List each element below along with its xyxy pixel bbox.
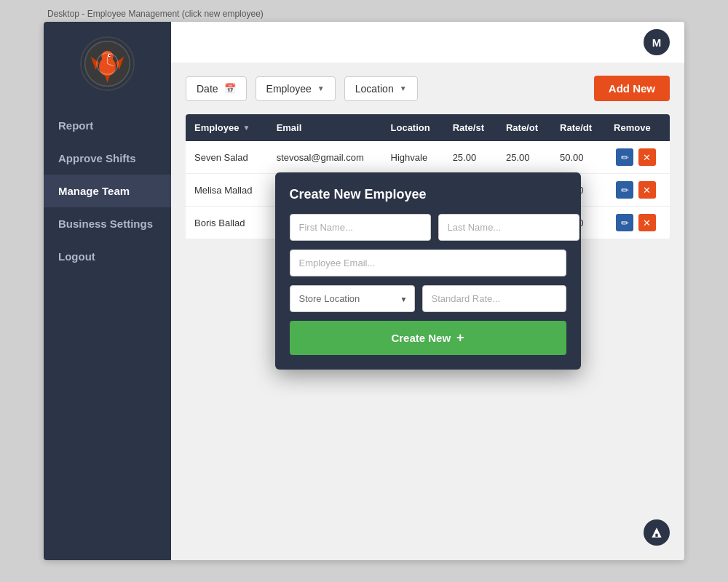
location-filter-button[interactable]: Location ▼	[344, 76, 418, 101]
top-bar: M	[171, 22, 684, 63]
delete-button[interactable]: ✕	[638, 181, 656, 199]
create-btn-label: Create New	[391, 332, 451, 344]
delete-button[interactable]: ✕	[638, 148, 656, 166]
upload-icon[interactable]	[644, 519, 670, 546]
edit-button[interactable]: ✏	[616, 148, 633, 166]
cell-actions: ✏ ✕	[605, 141, 670, 174]
col-header-rate-st: Rate/st	[444, 114, 497, 141]
plus-icon: +	[456, 330, 464, 346]
sidebar-item-report[interactable]: Report	[44, 109, 171, 142]
nav-items: Report Approve Shifts Manage Team Busine…	[44, 109, 171, 273]
cell-rate-st: 25.00	[444, 141, 497, 174]
store-location-wrapper: Store Location	[290, 285, 415, 312]
store-location-select[interactable]: Store Location	[290, 285, 415, 312]
cell-actions: ✏ ✕	[605, 207, 670, 239]
svg-rect-13	[655, 534, 657, 537]
cell-location: Highvale	[382, 141, 444, 174]
modal-location-rate-row: Store Location	[290, 285, 566, 312]
cell-employee: Seven Salad	[186, 141, 268, 174]
cell-employee: Melisa Mallad	[186, 174, 268, 207]
app-window: Report Approve Shifts Manage Team Busine…	[44, 22, 684, 560]
desktop: Desktop - Employee Management (click new…	[0, 0, 728, 582]
standard-rate-input[interactable]	[422, 285, 566, 312]
calendar-icon: 📅	[224, 83, 236, 94]
sidebar-item-business-settings[interactable]: Business Settings	[44, 207, 171, 240]
chevron-down-icon: ▼	[317, 84, 325, 92]
col-header-remove: Remove	[605, 114, 670, 141]
location-filter-label: Location	[355, 83, 394, 95]
delete-button[interactable]: ✕	[638, 214, 656, 231]
filters-row: Date 📅 Employee ▼ Location ▼ Add New	[171, 63, 684, 114]
modal-email-row	[290, 250, 566, 276]
cell-employee: Boris Ballad	[186, 207, 268, 239]
cell-rate-ot: 25.00	[497, 141, 551, 174]
svg-point-7	[109, 55, 111, 56]
sidebar-item-approve-shifts[interactable]: Approve Shifts	[44, 142, 171, 175]
employee-email-input[interactable]	[290, 250, 566, 276]
create-employee-modal: Create New Employee Store Location	[275, 172, 581, 370]
cell-actions: ✏ ✕	[605, 174, 670, 207]
logo	[80, 36, 135, 91]
cell-email: stevosal@gmail.com	[268, 141, 382, 174]
main-content: M Date 📅 Employee ▼ Location ▼ Add New	[171, 22, 684, 560]
modal-title: Create New Employee	[290, 187, 566, 202]
col-header-email: Email	[268, 114, 382, 141]
col-header-rate-dt: Rate/dt	[551, 114, 605, 141]
date-filter-label: Date	[197, 83, 218, 95]
cell-rate-dt: 50.00	[551, 141, 605, 174]
edit-button[interactable]: ✏	[616, 214, 633, 231]
table-area: Employee ▼ Email Location Rate/st Rate/o…	[171, 114, 684, 560]
sidebar: Report Approve Shifts Manage Team Busine…	[44, 22, 171, 560]
window-title: Desktop - Employee Management (click new…	[47, 9, 264, 19]
last-name-input[interactable]	[438, 214, 579, 241]
create-new-button[interactable]: Create New +	[290, 321, 566, 355]
modal-name-row	[290, 214, 566, 241]
first-name-input[interactable]	[290, 214, 431, 241]
sidebar-item-manage-team[interactable]: Manage Team	[44, 175, 171, 207]
chevron-down-icon: ▼	[400, 84, 407, 92]
sort-icon[interactable]: ▼	[242, 124, 250, 132]
col-header-rate-ot: Rate/ot	[497, 114, 551, 141]
add-new-button[interactable]: Add New	[594, 76, 670, 101]
table-row: Seven Salad stevosal@gmail.com Highvale …	[186, 141, 670, 174]
employee-filter-button[interactable]: Employee ▼	[256, 76, 336, 101]
date-filter-button[interactable]: Date 📅	[186, 76, 247, 101]
col-header-employee: Employee ▼	[186, 114, 268, 141]
employee-filter-label: Employee	[266, 83, 312, 95]
sidebar-item-logout[interactable]: Logout	[44, 240, 171, 273]
edit-button[interactable]: ✏	[616, 181, 633, 199]
user-avatar[interactable]: M	[644, 29, 670, 55]
col-header-location: Location	[382, 114, 444, 141]
